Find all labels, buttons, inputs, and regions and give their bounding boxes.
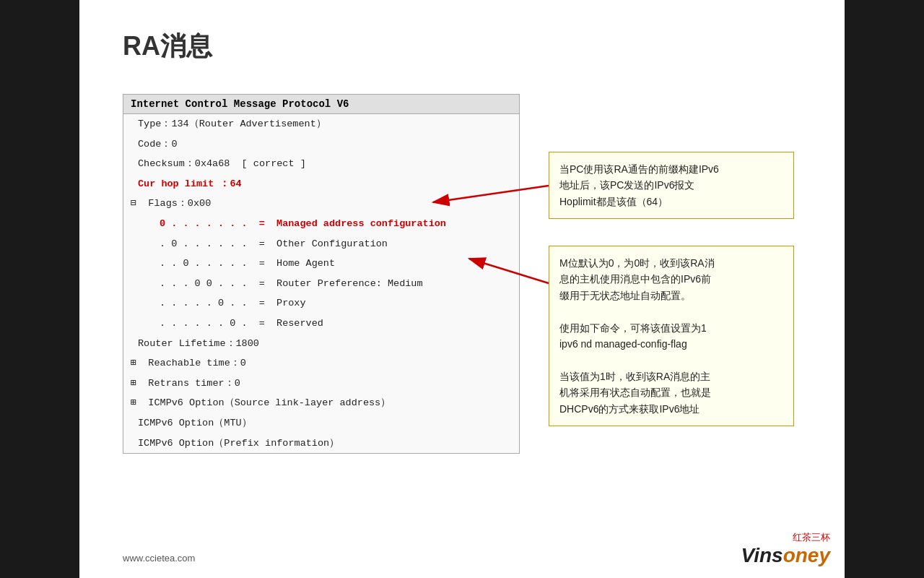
packet-row-lifetime: Router Lifetime：1800	[123, 334, 519, 354]
packet-row-managed: 0 . . . . . . . = Managed address config…	[123, 214, 519, 234]
footer-brand-large: Vinsoney	[741, 544, 830, 567]
packet-box: Internet Control Message Protocol V6 Typ…	[123, 94, 520, 454]
packet-row-routerpref: . . . 0 0 . . . = Router Preference: Med…	[123, 274, 519, 294]
packet-row-code: Code：0	[123, 134, 519, 155]
packet-row-icmpv6-src: ⊞ ICMPv6 Option（Source link-layer addres…	[123, 393, 519, 413]
footer-brand-small: 红茶三杯	[741, 531, 830, 544]
packet-row-homeagent: . . 0 . . . . . = Home Agent	[123, 254, 519, 274]
packet-row-checksum: Checksum：0x4a68 [ correct ]	[123, 154, 519, 174]
annotation-text-2: M位默认为0，为0时，收到该RA消息的主机使用消息中包含的IPv6前缀用于无状态…	[559, 257, 715, 415]
slide-title: RA消息	[123, 29, 212, 64]
packet-row-flags: ⊟ Flags：0x00	[123, 194, 519, 214]
footer-brand: 红茶三杯 Vinsoney	[741, 531, 830, 567]
left-black-bar	[0, 0, 79, 578]
right-black-bar	[845, 0, 924, 578]
annotation-text-1: 当PC使用该RA通告的前缀构建IPv6地址后，该PC发送的IPv6报文Hopli…	[559, 163, 719, 207]
brand-vin: Vins	[741, 544, 783, 566]
packet-row-icmpv6-mtu: ICMPv6 Option（MTU）	[123, 413, 519, 434]
packet-row-reserved: . . . . . . 0 . = Reserved	[123, 314, 519, 334]
slide: RA消息 Internet Control Message Protocol V…	[79, 0, 845, 578]
packet-row-hoplimit: Cur hop limit ：64	[123, 174, 519, 194]
annotation-box-1: 当PC使用该RA通告的前缀构建IPv6地址后，该PC发送的IPv6报文Hopli…	[549, 152, 794, 219]
packet-row-icmpv6-prefix: ICMPv6 Option（Prefix information）	[123, 434, 519, 454]
packet-row-type: Type：134（Router Advertisement）	[123, 114, 519, 134]
packet-row-retrans: ⊞ Retrans timer：0	[123, 374, 519, 394]
annotation-box-2: M位默认为0，为0时，收到该RA消息的主机使用消息中包含的IPv6前缀用于无状态…	[549, 246, 794, 426]
packet-row-other: . 0 . . . . . . = Other Configuration	[123, 234, 519, 254]
brand-oney: oney	[783, 544, 830, 566]
packet-row-proxy: . . . . . 0 . . = Proxy	[123, 293, 519, 314]
packet-row-reachable: ⊞ Reachable time：0	[123, 353, 519, 374]
footer-website: www.ccietea.com	[123, 553, 195, 564]
packet-header: Internet Control Message Protocol V6	[123, 95, 519, 114]
